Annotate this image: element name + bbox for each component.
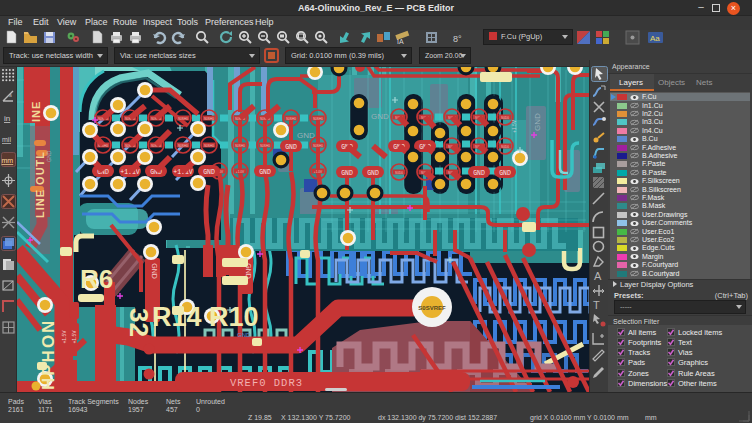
svg-text:S0SH0: S0SH0: [313, 144, 323, 148]
svg-text:GND: GND: [499, 170, 511, 177]
svg-text:GND: GND: [371, 112, 389, 121]
svg-text:GND: GND: [203, 169, 215, 176]
svg-text:+1.5V: +1.5V: [61, 330, 67, 344]
svg-text:S0SH0: S0SH0: [204, 144, 214, 148]
svg-text:GND: GND: [259, 169, 271, 176]
svg-text:mm: mm: [2, 157, 14, 164]
svg-text:S0SH0: S0SH0: [313, 117, 323, 121]
svg-text:GND: GND: [367, 170, 379, 177]
svg-text:VREF0 DDR3: VREF0 DDR3: [230, 377, 303, 389]
svg-text:S0SH0: S0SH0: [178, 144, 188, 148]
svg-text:R6: R6: [80, 264, 113, 294]
svg-text:S0D0: S0D0: [501, 145, 509, 149]
svg-text:+1.5V: +1.5V: [511, 119, 517, 133]
svg-text:GND: GND: [237, 332, 251, 338]
svg-text:S0SH0: S0SH0: [286, 117, 296, 121]
svg-text:S0SH0: S0SH0: [235, 144, 245, 148]
svg-text:R14 R10: R14 R10: [152, 302, 259, 332]
svg-text:+1.0V: +1.0V: [236, 170, 245, 174]
svg-text:S0SH0: S0SH0: [178, 117, 188, 121]
svg-text:LINE OUTL: LINE OUTL: [34, 151, 46, 218]
svg-text:GND: GND: [473, 170, 485, 177]
svg-text:INE: INE: [30, 101, 42, 122]
svg-text:+1.5V: +1.5V: [71, 330, 77, 344]
svg-text:GND: GND: [46, 151, 52, 163]
svg-text:S0D0: S0D0: [501, 116, 509, 120]
svg-text:a: a: [9, 92, 12, 98]
svg-text:A: A: [594, 270, 602, 282]
svg-text:HPHON: HPHON: [39, 319, 58, 390]
svg-text:GND: GND: [341, 170, 353, 177]
svg-text:GND: GND: [285, 144, 297, 151]
svg-text:in: in: [4, 114, 10, 123]
svg-text:+1.0V: +1.0V: [314, 170, 323, 174]
svg-text:S0SH0: S0SH0: [260, 144, 270, 148]
svg-text:GND: GND: [533, 113, 542, 131]
svg-text:S0SH0: S0SH0: [204, 117, 214, 121]
svg-text:S0D0: S0D0: [395, 171, 403, 175]
svg-text:GND: GND: [151, 263, 158, 279]
svg-text:8°: 8°: [453, 34, 462, 44]
svg-text:T: T: [593, 299, 600, 311]
svg-text:Aa: Aa: [650, 34, 660, 43]
svg-text:IA: IA: [397, 38, 404, 45]
svg-text:S0SVREF: S0SVREF: [418, 305, 446, 311]
svg-text:mil: mil: [2, 136, 11, 143]
svg-text:GND: GND: [297, 131, 315, 140]
svg-text:32: 32: [124, 308, 154, 337]
